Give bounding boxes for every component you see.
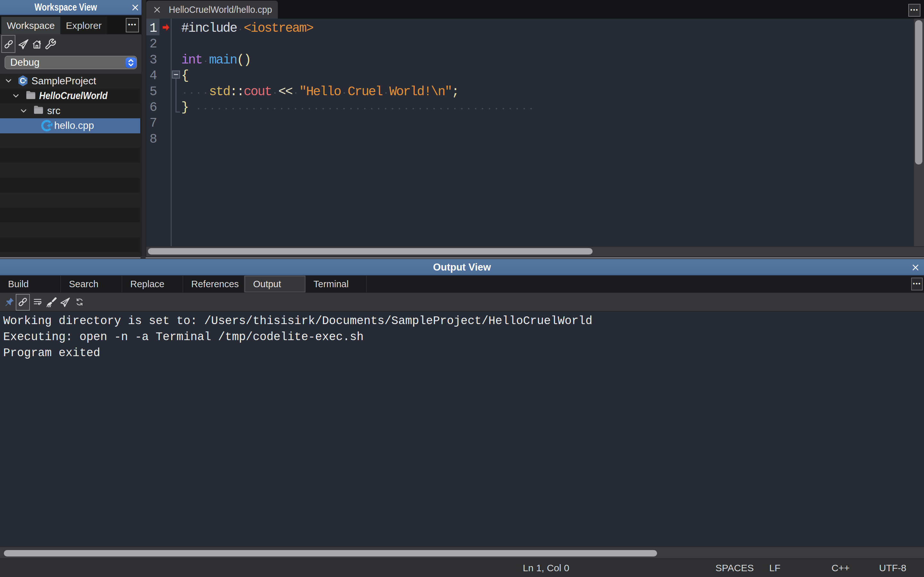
svg-text:+: + bbox=[24, 78, 27, 83]
